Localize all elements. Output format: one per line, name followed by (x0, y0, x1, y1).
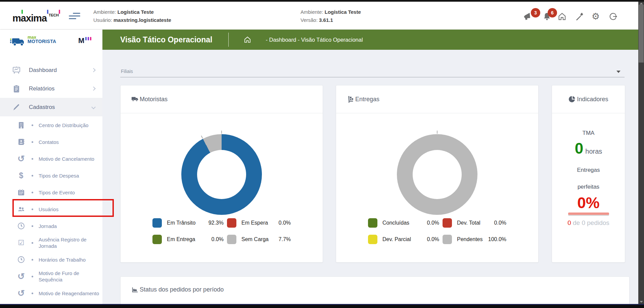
card-title: Entregas (355, 96, 379, 103)
card-title: Status dos pedidos por período (140, 286, 224, 293)
bullet-dot (32, 124, 33, 126)
sidebar-subitem-ausencia-registro-jornada[interactable]: Ausência Registro de Jornada (0, 234, 102, 251)
environment-info-left: Ambiente: Logística Teste Usuário: maxst… (93, 8, 171, 24)
brand-suffix: TECH (49, 13, 59, 17)
bullet-dot (32, 225, 33, 227)
sidebar-subitem-contatos[interactable]: Motivo de Cancelamento Contatos (0, 133, 102, 150)
sidebar-item-label: Cadastros (29, 104, 92, 111)
undo-icon (17, 272, 26, 281)
clipboard-icon (12, 84, 21, 93)
logo-blue-tick (47, 10, 48, 14)
product-logo: max MOTORISTA M (0, 34, 102, 50)
legend-item: Em Espera 0.0% (227, 218, 291, 228)
sidebar-toggle-hamburger-icon[interactable] (69, 13, 81, 20)
legend-item: Dev. Total 0.0% (443, 218, 506, 228)
sidebar-subitem-usuarios[interactable]: Usuários (0, 201, 102, 218)
legend-swatch (227, 218, 236, 228)
announcement-badge[interactable]: 3 (531, 8, 540, 17)
page-title: Visão Tático Operacional (120, 35, 212, 44)
breadcrumb-home-icon[interactable] (243, 36, 251, 44)
legend-item: Em Trânsito 92.3% (152, 218, 224, 228)
area-chart-icon (131, 286, 139, 294)
progress-bar (568, 213, 609, 215)
scroll-down-arrow-icon[interactable] (640, 301, 643, 303)
calendar-icon (17, 188, 26, 197)
sidebar-subitem-centro-de-distribuicao[interactable]: Centro de Distribuição (0, 117, 102, 133)
sidebar-item-dashboard[interactable]: Dashboard (0, 61, 102, 79)
motoristas-donut-chart (181, 134, 262, 215)
scroll-up-arrow-icon[interactable] (640, 3, 643, 4)
entregas-perfeitas-line1: Entregas (552, 167, 625, 174)
vertical-scrollbar[interactable] (638, 2, 644, 306)
status-pedidos-card: Status dos pedidos por período (120, 276, 630, 305)
sidebar-subitem-motivo-furo-sequencia[interactable]: Motivo de Furo de Sequência (0, 268, 102, 285)
legend-swatch (443, 235, 452, 244)
truck-logo-icon (10, 36, 26, 47)
brand-name: maxima (12, 13, 47, 24)
product-name: max MOTORISTA (28, 35, 56, 44)
dropdown-caret-icon (616, 71, 620, 73)
bullet-dot (32, 259, 33, 261)
legend-swatch (152, 218, 162, 228)
legend-item: Concluídas 0.0% (368, 218, 439, 228)
notification-badge[interactable]: 6 (548, 8, 557, 17)
breadcrumb: - Dashboard - Visão Tático Operacional (266, 37, 363, 43)
scrollbar-thumb[interactable] (639, 5, 644, 63)
sidebar-item-cadastros[interactable]: Cadastros (0, 98, 102, 116)
indicadores-card: Indicadores TMA 0horas Entregas perfeita… (552, 85, 625, 263)
card-title: Indicadores (577, 96, 608, 103)
app-window: maxima TECH Ambiente: Logística Teste Us… (0, 0, 644, 308)
legend-swatch (227, 235, 236, 244)
status-card-header: Status dos pedidos por período (121, 277, 629, 303)
checkbox-icon (17, 238, 26, 247)
versao-line: Versão: 3.61.1 (301, 16, 361, 24)
chevron-right-icon (91, 86, 96, 91)
gear-icon[interactable]: ⚙ (592, 12, 601, 21)
tma-unit: horas (585, 148, 602, 155)
legend-item: Sem Carga 7.7% (227, 235, 291, 244)
motoristas-card: Motoristas Em Trânsito 92.3% Em Espera 0… (120, 85, 323, 263)
bullet-dot (32, 158, 33, 160)
logo-pink-tick (59, 10, 60, 14)
sidebar-subitem-motivo-de-cancelamento[interactable]: Motivo de Cancelamento (0, 150, 102, 167)
chevron-right-icon (91, 68, 96, 72)
legend-item: Pendentes 100.0% (443, 235, 506, 244)
users-icon (17, 205, 26, 214)
motoristas-card-header: Motoristas (121, 85, 323, 113)
tma-value: 0horas (552, 139, 625, 157)
bullet-dot (32, 192, 33, 193)
sidebar-subitem-tipos-de-despesa[interactable]: Tipos de Despesa (0, 167, 102, 184)
logout-icon[interactable] (608, 12, 618, 21)
sidebar-item-relatorios[interactable]: Relatórios (0, 79, 102, 98)
dollar-icon (17, 171, 26, 180)
filiais-select[interactable]: Filiais (120, 67, 625, 77)
bullet-dot (32, 175, 33, 177)
undo-icon (17, 154, 26, 163)
wrench-icon[interactable] (575, 12, 584, 21)
tma-hours-number: 0 (575, 140, 584, 157)
clock-icon (17, 222, 26, 230)
home-icon[interactable] (557, 12, 567, 21)
cadastros-submenu: Centro de Distribuição Motivo de Cancela… (0, 117, 102, 308)
filiais-label: Filiais (121, 69, 133, 74)
orders-count: 0 de 0 pedidos (552, 219, 625, 227)
dashboard-content: Filiais Motoristas (102, 50, 638, 304)
bullet-dot (32, 293, 33, 294)
legend-item: Dev. Parcial 0.0% (368, 235, 439, 244)
title-divider (228, 33, 229, 47)
sidebar-subitem-tipos-de-evento[interactable]: Tipos de Evento (0, 184, 102, 201)
bullet-dot (32, 276, 33, 277)
pencil-icon (12, 103, 21, 112)
indicadores-card-header: Indicadores (552, 85, 625, 113)
pie-chart-icon (568, 95, 576, 103)
sidebar-subitem-motivo-reagendamento[interactable]: Motivo de Reagendamento (0, 285, 102, 302)
sidebar: max MOTORISTA M Dashboard (0, 30, 102, 304)
window-bottom-border (0, 304, 644, 308)
usuario-line: Usuário: maxstring.logisticateste (93, 16, 171, 24)
bullet-dot (32, 242, 33, 244)
sidebar-menu: Dashboard Relatórios (0, 61, 102, 116)
ambiente-line: Ambiente: Logística Teste (301, 8, 361, 16)
sidebar-subitem-jornada[interactable]: Jornada (0, 218, 102, 234)
sidebar-subitem-horarios-de-trabalho[interactable]: Horários de Trabalho (0, 251, 102, 268)
legend-swatch (368, 235, 377, 244)
